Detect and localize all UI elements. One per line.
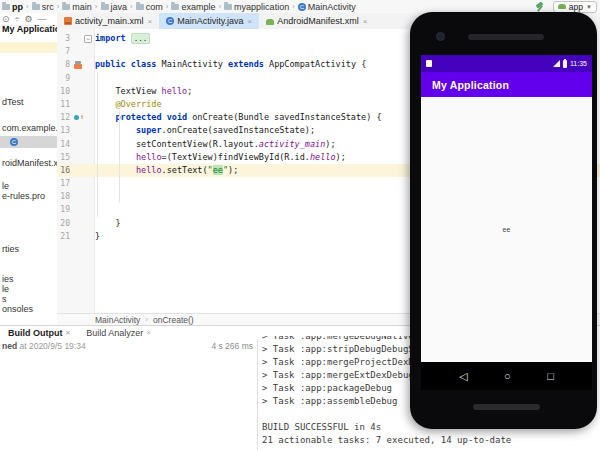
android-studio-window: pp›src›main›java›com›example›myapplicati… — [0, 0, 600, 450]
signal-icon — [553, 60, 560, 67]
build-status-text: ned at 2020/9/5 19:34 — [2, 341, 86, 351]
close-icon[interactable]: × — [146, 328, 151, 337]
breadcrumb-item[interactable]: example — [181, 2, 215, 12]
settings-gear-icon[interactable]: ⚙ — [25, 14, 33, 24]
line-number: 11 — [57, 98, 70, 111]
breadcrumb-item[interactable]: main — [72, 2, 92, 12]
indent-guide — [119, 111, 120, 203]
breadcrumb-item[interactable]: MainActivity — [308, 2, 356, 12]
build-hammer-icon[interactable] — [535, 1, 546, 12]
bottom-speaker — [473, 404, 540, 410]
back-icon[interactable]: ◁ — [459, 371, 467, 382]
tab-activity_main-xml[interactable]: activity_main.xml× — [57, 13, 159, 29]
breadcrumb-item[interactable]: src — [42, 2, 54, 12]
build-status-prefix: ned — [2, 341, 17, 351]
run-class-icon[interactable] — [74, 61, 82, 69]
code-text — [94, 72, 95, 85]
battery-icon — [563, 60, 567, 68]
breadcrumb-class[interactable]: MainActivity — [95, 315, 140, 325]
build-status-rest: at 2020/9/5 19:34 — [17, 341, 86, 351]
breadcrumb-item[interactable]: com — [146, 2, 163, 12]
override-dot — [74, 115, 79, 120]
code-text: hello=(TextView)findViewById(R.id.hello)… — [94, 151, 346, 164]
code-text — [94, 177, 95, 190]
code-text — [94, 45, 95, 58]
tree-item[interactable]: rties — [0, 244, 57, 255]
tree-item[interactable]: onsoles — [0, 304, 57, 315]
earpiece-speaker — [468, 34, 544, 40]
tab-build-output-label: Build Output — [8, 328, 62, 338]
breadcrumb-item[interactable]: pp — [12, 2, 23, 12]
collapse-icon[interactable]: ÷ — [15, 14, 20, 24]
gutter: ↑ — [70, 111, 94, 124]
home-icon[interactable]: ○ — [504, 371, 511, 382]
locate-icon[interactable]: ⊙ — [2, 14, 10, 24]
tab-build-output[interactable]: Build Output × — [0, 326, 78, 339]
code-text: } — [94, 230, 100, 243]
breadcrumb: pp›src›main›java›com›example›myapplicati… — [0, 2, 535, 12]
breadcrumb-item[interactable]: java — [111, 2, 128, 12]
gutter — [70, 45, 94, 58]
breadcrumb-method[interactable]: onCreate() — [153, 315, 194, 325]
gutter — [70, 151, 94, 164]
folder-icon — [136, 4, 144, 10]
code-text: import ... — [94, 32, 150, 45]
tree-item[interactable] — [0, 42, 57, 53]
tab-androidmanifest-xml[interactable]: AndroidManifest.xml× — [259, 13, 374, 29]
line-number: 15 — [57, 151, 70, 164]
line-number: 12 — [57, 111, 70, 124]
code-text — [94, 190, 95, 203]
breadcrumb-item[interactable]: myapplication — [234, 2, 289, 12]
front-camera — [436, 32, 445, 41]
code-text: hello.setText("ee"); — [94, 164, 238, 177]
tab-build-analyzer[interactable]: Build Analyzer × — [78, 326, 159, 339]
tab-label: MainActivity.java — [177, 16, 243, 26]
android-icon — [558, 4, 566, 9]
run-config-chip[interactable]: app ▼ — [553, 1, 597, 13]
app-content: ee — [421, 97, 592, 362]
status-bar-time: 11:35 — [570, 60, 587, 67]
tree-item[interactable]: com.example.myap — [0, 123, 57, 134]
hide-panel-icon[interactable]: — — [38, 14, 47, 24]
line-number: 9 — [57, 72, 70, 85]
folder-icon — [32, 4, 40, 10]
emulator-screen[interactable]: 11:35 My Application ee ◁ ○ □ — [421, 55, 592, 390]
tab-label: activity_main.xml — [75, 16, 144, 26]
tree-item[interactable]: e-rules.pro — [0, 191, 57, 202]
indent-guide — [97, 72, 98, 217]
recents-icon[interactable]: □ — [547, 371, 554, 382]
close-icon[interactable]: × — [363, 17, 368, 26]
code-text: public class MainActivity extends AppCom… — [94, 58, 366, 71]
gutter — [70, 58, 94, 71]
tree-item[interactable]: dTest — [0, 97, 57, 108]
folder-icon — [101, 4, 109, 10]
fold-toggle-icon[interactable]: − — [84, 35, 92, 43]
breadcrumb-separator: › — [26, 2, 29, 11]
tree-item[interactable]: My Application] — [0, 24, 57, 35]
override-marker-icon[interactable]: ↑ — [74, 114, 84, 121]
gutter — [70, 85, 94, 98]
gutter — [70, 217, 94, 230]
close-icon[interactable]: × — [148, 17, 153, 26]
android-file-icon — [266, 19, 274, 25]
chevron-down-icon: ▼ — [586, 4, 592, 10]
line-number: 16 — [57, 164, 70, 177]
code-text: protected void onCreate(Bundle savedInst… — [94, 111, 382, 124]
line-number: 7 — [57, 45, 70, 58]
build-duration: 4 s 266 ms — [180, 341, 253, 351]
line-number: 19 — [57, 203, 70, 216]
tab-mainactivity-java[interactable]: CMainActivity.java× — [159, 13, 259, 29]
gutter — [70, 203, 94, 216]
gutter — [70, 190, 94, 203]
code-text — [94, 203, 95, 216]
tree-item[interactable]: roidManifest.xml — [0, 158, 57, 169]
close-icon[interactable]: × — [65, 328, 70, 337]
folder-icon — [224, 4, 232, 10]
project-panel: ⊙÷⚙— My Application]dTestcom.example.mya… — [0, 13, 58, 325]
hello-textview: ee — [503, 226, 511, 233]
gutter — [70, 230, 94, 243]
breadcrumb-separator: › — [166, 2, 169, 11]
tree-item[interactable]: C — [0, 136, 57, 148]
close-icon[interactable]: × — [248, 17, 253, 26]
folder-icon — [171, 4, 179, 10]
